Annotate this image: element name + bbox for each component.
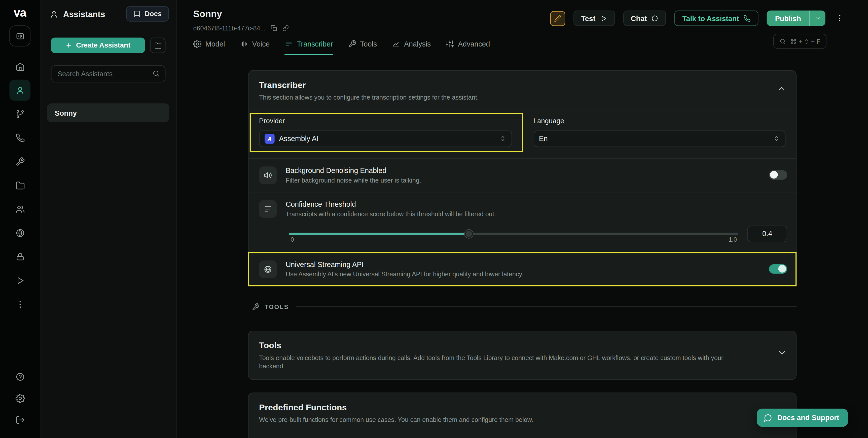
rail-home-button[interactable]	[9, 56, 30, 77]
app-root: va Assistants Docs	[0, 0, 868, 438]
chat-icon	[651, 14, 658, 22]
assistants-icon	[50, 9, 58, 18]
lock-icon	[15, 252, 24, 261]
confidence-slider[interactable]: 0 1.0	[289, 224, 739, 243]
test-button[interactable]: Test	[574, 10, 615, 26]
link-id-button[interactable]	[282, 25, 289, 31]
tools-description: Tools enable voicebots to perform action…	[259, 353, 785, 371]
chevron-down-icon	[777, 347, 787, 358]
assistant-id-row: d60467f8-111b-477c-84...	[193, 25, 289, 31]
transcriber-collapse-button[interactable]	[777, 84, 786, 93]
tools-card: Tools Tools enable voicebots to perform …	[248, 330, 797, 380]
streaming-icon-box	[259, 260, 277, 278]
plus-icon	[65, 42, 72, 48]
predefined-card-header: Predefined Functions We've pre-built fun…	[248, 393, 796, 432]
language-label: Language	[533, 117, 786, 125]
folder-icon	[15, 180, 24, 190]
workspace-button[interactable]	[9, 25, 30, 46]
header-actions: Test Chat Talk to Assistant Publish	[550, 10, 846, 26]
chevron-up-icon	[777, 84, 786, 93]
transcriber-fields: Provider A Assembly AI Language En	[248, 110, 796, 158]
assistant-tabs: Model Voice Transcriber Tools Analysis A…	[177, 31, 868, 55]
rail-bottom-group	[9, 366, 30, 430]
tab-tools[interactable]: Tools	[348, 40, 377, 55]
assistant-folders-button[interactable]	[150, 38, 166, 53]
provider-value: Assembly AI	[279, 134, 318, 142]
content-scroll-area[interactable]: Transcriber This section allows you to c…	[177, 55, 868, 438]
transcriber-description: This section allows you to configure the…	[259, 94, 785, 102]
denoising-toggle[interactable]	[769, 170, 787, 179]
chat-button[interactable]: Chat	[623, 10, 666, 26]
copy-id-button[interactable]	[271, 25, 277, 31]
provider-field: Provider A Assembly AI	[248, 111, 522, 158]
rail-assistants-button[interactable]	[9, 80, 30, 101]
confidence-slider-group: 0 1.0 0.4	[259, 224, 787, 243]
rail-tools-button[interactable]	[9, 151, 30, 172]
wrench-icon	[348, 40, 356, 48]
rail-settings-button[interactable]	[9, 388, 30, 409]
confidence-value-box[interactable]: 0.4	[747, 225, 787, 242]
edit-assistant-button[interactable]	[550, 11, 565, 26]
rail-phone-button[interactable]	[9, 127, 30, 148]
assistant-header-info: Sonny d60467f8-111b-477c-84...	[193, 9, 289, 31]
rail-vault-button[interactable]	[9, 246, 30, 267]
workspace-icon	[15, 31, 24, 40]
link-icon	[282, 25, 289, 31]
publish-button[interactable]: Publish	[767, 10, 809, 26]
confidence-description: Transcripts with a confidence score belo…	[286, 210, 787, 217]
tab-transcriber[interactable]: Transcriber	[285, 40, 333, 55]
pencil-icon	[554, 14, 561, 22]
header-more-button[interactable]	[834, 10, 846, 26]
search-shortcut-box[interactable]: ⌘ + ⇧ + F	[773, 34, 827, 48]
rail-more-button[interactable]	[9, 294, 30, 315]
assistant-list-item[interactable]: Sonny	[47, 103, 169, 122]
assembly-ai-logo: A	[265, 134, 275, 143]
section-divider-line	[296, 306, 797, 307]
tools-card-header: Tools Tools enable voicebots to perform …	[248, 331, 796, 379]
language-select[interactable]: En	[533, 130, 786, 147]
docs-button-label: Docs	[145, 10, 162, 18]
confidence-slider-knob[interactable]	[465, 230, 473, 238]
tools-expand-button[interactable]	[777, 347, 787, 358]
denoising-title: Background Denoising Enabled	[286, 166, 760, 174]
confidence-slider-track[interactable]	[289, 233, 739, 235]
provider-select[interactable]: A Assembly AI	[259, 130, 512, 147]
chat-button-label: Chat	[631, 14, 647, 22]
sidebar-title: Assistants	[63, 9, 105, 19]
chevron-down-icon	[814, 15, 821, 21]
book-icon	[134, 10, 141, 18]
rail-files-button[interactable]	[9, 175, 30, 196]
transcriber-title: Transcriber	[259, 80, 785, 90]
rail-logout-button[interactable]	[9, 409, 30, 430]
topbar: Sonny d60467f8-111b-477c-84... Test Chat	[177, 0, 868, 31]
create-assistant-button[interactable]: Create Assistant	[51, 38, 145, 53]
docs-button[interactable]: Docs	[126, 6, 169, 22]
talk-to-assistant-button[interactable]: Talk to Assistant	[674, 10, 758, 26]
tab-advanced[interactable]: Advanced	[446, 40, 490, 55]
filter-lines-icon	[264, 204, 272, 213]
publish-button-label: Publish	[775, 14, 801, 22]
assistant-list-item-label: Sonny	[55, 109, 77, 117]
content-inner: Transcriber This section allows you to c…	[248, 70, 797, 438]
search-assistants-input[interactable]	[51, 65, 165, 82]
volume-icon	[264, 170, 272, 179]
predefined-description: We've pre-built functions for common use…	[259, 416, 785, 424]
streaming-toggle[interactable]	[769, 264, 787, 273]
rail-workflows-button[interactable]	[9, 103, 30, 125]
talk-to-assistant-label: Talk to Assistant	[682, 14, 739, 22]
tab-voice[interactable]: Voice	[240, 40, 270, 55]
waveform-icon	[240, 40, 248, 48]
tab-model[interactable]: Model	[193, 40, 225, 55]
main-area: Sonny d60467f8-111b-477c-84... Test Chat	[177, 0, 868, 438]
publish-caret-button[interactable]	[809, 10, 826, 26]
rail-globe-button[interactable]	[9, 222, 30, 243]
docs-and-support-button[interactable]: Docs and Support	[757, 409, 848, 427]
sidebar-header: Assistants Docs	[40, 0, 176, 28]
tab-analysis[interactable]: Analysis	[392, 40, 431, 55]
rail-help-button[interactable]	[9, 366, 30, 387]
rail-community-button[interactable]	[9, 198, 30, 220]
toggle-knob	[778, 265, 786, 273]
copy-icon	[271, 25, 277, 31]
rail-run-button[interactable]	[9, 270, 30, 291]
predefined-title: Predefined Functions	[259, 402, 785, 412]
